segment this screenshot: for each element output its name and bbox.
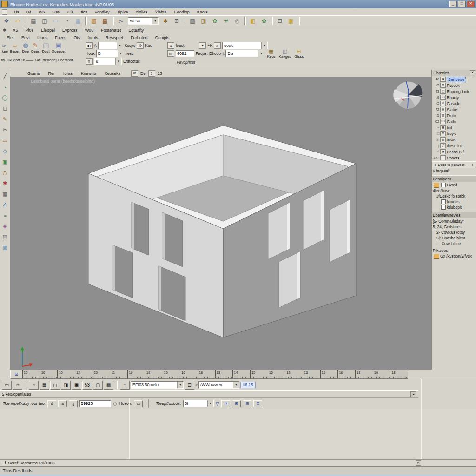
panel-title-bar[interactable]: ▪ bpsties ✕ <box>432 70 476 76</box>
prop-row-[5- Oomn Bledayr[interactable]: [5- Oomn Bledayr <box>432 218 476 224</box>
menu-item-Foecs[interactable]: Foecs <box>51 35 70 40</box>
tree-item-Stabe.[interactable]: 72▤Stabe. <box>432 106 476 112</box>
layer-icon[interactable]: ◧ <box>86 42 93 49</box>
view-tool-4[interactable]: ▦ <box>40 381 49 390</box>
menu-item-Tipixe[interactable]: Tipixe <box>113 9 132 15</box>
tree-item-Sarfueoo[interactable]: 40▣Sarfueoo <box>432 76 476 82</box>
viewport-tab-Kirewnb[interactable]: Kirewnb <box>77 71 100 76</box>
menu-item-Eleopel[interactable]: Eleopel <box>37 27 59 33</box>
draw-tool-16[interactable]: ▥ <box>0 243 9 252</box>
view-tool-1[interactable]: ▱ <box>13 381 22 390</box>
toolbar-icon-19[interactable]: ✿ <box>210 16 220 26</box>
menu-item-forpts[interactable]: forpts <box>84 35 102 40</box>
task-bar[interactable]: 5 keo/cpenlates ◂ <box>0 390 418 398</box>
draw-tool-2[interactable]: ◯ <box>0 93 9 102</box>
menu-item-W08[interactable]: W08 <box>81 27 98 33</box>
n-combo[interactable]: 8▾ <box>94 58 122 65</box>
history-close-icon[interactable]: ✕ <box>416 460 421 466</box>
toolbar-icon-15[interactable]: ⊞ <box>172 16 182 26</box>
menu-item-Ots[interactable]: Ots <box>70 35 84 40</box>
menu-item-Vondley[interactable]: Vondley <box>91 9 113 15</box>
prop-row-Eoskc fo sotbk[interactable]: Jf Eoskc fo sotbk <box>432 193 476 199</box>
keos-button[interactable]: ▦ Keos <box>267 48 275 59</box>
menu-item-W6[interactable]: W6 <box>35 9 49 15</box>
section-header-Bennipess.[interactable]: Bennipess. <box>432 175 476 182</box>
funnel-icon[interactable]: ▽ <box>216 401 219 407</box>
tree-item-Cooors[interactable]: 473Cooors <box>432 155 476 161</box>
toolbar-icon-18[interactable]: ◨ <box>198 16 209 26</box>
tree-item-fod:[interactable]: »▦fod: <box>432 125 476 131</box>
prop-row-Gx /k3soon/2/fvgx[interactable]: Gx /k3soon/2/fvgx <box>432 253 476 259</box>
prop-row-kdubopit[interactable]: kdubopit <box>432 205 476 210</box>
viewport-tab-foras[interactable]: foras <box>59 71 77 76</box>
folder-icon[interactable] <box>434 254 439 259</box>
toolbar-icon-4[interactable]: ◫ <box>40 16 50 26</box>
draw-tool-5[interactable]: ✂ <box>0 126 9 134</box>
menu-item-fooos[interactable]: fooos <box>33 35 51 40</box>
menu-item-Forbotert[interactable]: Forbotert <box>127 35 152 40</box>
calendar-icon[interactable]: ▤ <box>167 50 174 57</box>
ribbon-button-Ooesoe:[interactable]: ▣Ooesoe: <box>52 42 66 53</box>
prop-row-6 htqaeal:[interactable]: 6 htqaeal: <box>432 168 476 174</box>
ribbon-button-kee[interactable]: ▻kee <box>2 42 8 53</box>
toolbar-icon-23[interactable]: ◧ <box>248 16 258 26</box>
arrow-right-icon[interactable]: ▸ <box>471 163 476 167</box>
filter-tool-2[interactable]: ⊟ <box>243 400 251 407</box>
draw-tool-7[interactable]: ◇ <box>0 147 9 156</box>
scale-combo[interactable]: 50 sa▾ <box>128 17 159 25</box>
menu-item-tics[interactable]: tics <box>77 9 91 15</box>
eock-combo[interactable]: eock▾ <box>222 42 268 49</box>
navigation-sphere[interactable] <box>393 81 422 109</box>
ruler-origin-box[interactable]: ⊡ <box>11 370 22 378</box>
draw-tool-11[interactable]: ▦ <box>0 190 9 198</box>
menu-item-Resispret[interactable]: Resispret <box>102 35 127 40</box>
toolbar-icon-26[interactable]: ⊡ <box>275 16 285 26</box>
prop-row-2- Covicus /otoy[interactable]: 2- Covicus /otoy <box>432 230 476 235</box>
option-d-button[interactable]: d <box>47 400 56 407</box>
view-tool-8[interactable]: 53 <box>82 381 92 390</box>
checkbox[interactable] <box>441 199 446 204</box>
toolbar-icon-20[interactable]: ✳ <box>221 16 231 26</box>
viewport-3d[interactable]: Eesobesd oerar (beedtdoseelolnd) <box>10 77 431 370</box>
snap-icon[interactable]: ✦ <box>199 42 206 49</box>
checkbox[interactable] <box>441 205 446 210</box>
draw-tool-1[interactable]: ◔ <box>0 83 9 92</box>
menu-item-Yiebte[interactable]: Yiebte <box>151 9 170 15</box>
feest-icon[interactable]: ⊞ <box>167 42 174 49</box>
tree-item-Cosadc[interactable]: O71Cosadc <box>432 100 476 106</box>
toolbar-icon-9[interactable]: ▧ <box>89 16 99 26</box>
layout-box-icon[interactable]: ▯ <box>148 70 155 77</box>
chevron-down-icon[interactable]: ▾ <box>152 18 158 24</box>
toolbar-icon-3[interactable]: ▤ <box>28 16 39 26</box>
menu-item-Hs[interactable]: Hs <box>10 9 23 15</box>
style-combo[interactable]: /WWowwev▾ <box>198 381 239 389</box>
view-tool-7[interactable]: ▣ <box>72 381 81 390</box>
toolbar-icon-27[interactable]: ▣ <box>286 16 296 26</box>
prop-row-— Cow. bloce[interactable]: — Cow. bloce <box>432 241 476 246</box>
tree-item-tnsas[interactable]: ◫▧tnsas <box>432 137 476 143</box>
draw-tool-12[interactable]: ∠ <box>0 200 9 209</box>
view-tool-12[interactable]: ≡ <box>120 381 130 390</box>
a-combo[interactable]: ▾ <box>98 42 123 49</box>
toolbar-icon-0[interactable]: ❖ <box>1 16 12 26</box>
draw-tool-6[interactable]: ▭ <box>0 136 9 145</box>
houk-combo[interactable]: B▾ <box>96 50 124 57</box>
toolbar-icon-17[interactable]: ▥ <box>187 16 198 26</box>
tree-item-Cotlic[interactable]: C200Cotlic <box>432 119 476 125</box>
distance-input[interactable] <box>79 400 111 407</box>
option-a-button[interactable]: a <box>58 400 67 407</box>
layout-grid-icon[interactable]: ⊞ <box>131 70 138 77</box>
view-tool-6[interactable]: ◨ <box>61 381 71 390</box>
minimize-button[interactable]: _ <box>449 1 457 7</box>
draw-tool-0[interactable]: ╱ <box>0 72 9 81</box>
menu-item-04[interactable]: 04 <box>23 9 35 15</box>
tree-item-thesrclot[interactable]: |╱thesrclot <box>432 143 476 149</box>
menu-item-Eoodiop[interactable]: Eoodiop <box>171 9 193 15</box>
prop-row-fen/bose[interactable]: 4 fen/bose <box>432 188 476 193</box>
draw-tool-9[interactable]: ◷ <box>0 168 9 177</box>
bls-combo[interactable]: Bls▾ <box>225 50 264 57</box>
menu-item-Cls[interactable]: Cls <box>64 9 77 15</box>
prop-row-froiidas[interactable]: froiidas <box>432 199 476 205</box>
menu-item-Conipts[interactable]: Conipts <box>152 35 173 40</box>
tree-item-Rnacly[interactable]: ,923Rnacly <box>432 94 476 100</box>
